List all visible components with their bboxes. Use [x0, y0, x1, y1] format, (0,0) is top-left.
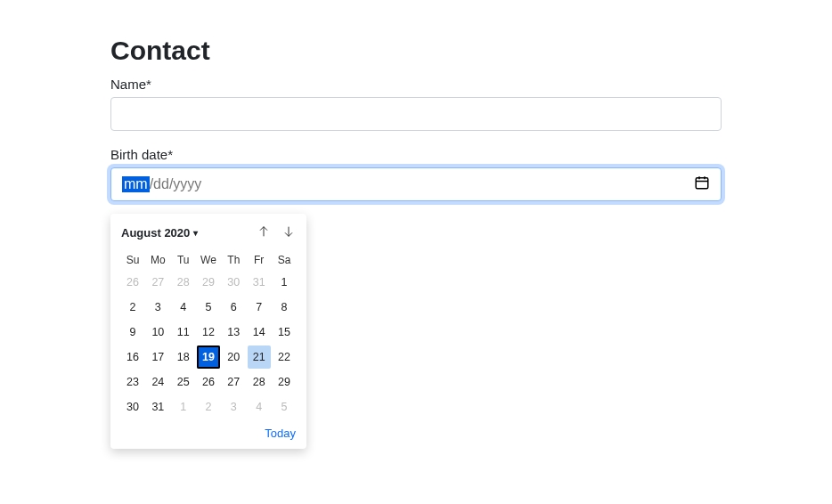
calendar-week-row: 9101112131415: [121, 320, 296, 345]
calendar-day[interactable]: 1: [172, 395, 195, 419]
calendar-day[interactable]: 17: [146, 345, 169, 369]
calendar-day[interactable]: 10: [146, 321, 169, 344]
calendar-day[interactable]: 30: [121, 395, 144, 419]
calendar-day[interactable]: 22: [273, 345, 296, 369]
calendar-week-row: 2345678: [121, 295, 296, 320]
calendar-day[interactable]: 20: [222, 345, 245, 369]
month-year-toggle[interactable]: August 2020 ▾: [121, 226, 198, 240]
calendar-day[interactable]: 23: [121, 370, 144, 394]
calendar-week-row: 2627282930311: [121, 270, 296, 295]
today-link[interactable]: Today: [265, 427, 296, 440]
weekday-we: We: [197, 250, 220, 270]
name-input[interactable]: [110, 97, 722, 131]
calendar-day[interactable]: 5: [273, 395, 296, 419]
svg-rect-0: [696, 178, 708, 189]
birthdate-field-group: Birth date* mm/dd/yyyy: [110, 147, 722, 201]
calendar-day[interactable]: 27: [146, 271, 169, 294]
prev-month-button[interactable]: [257, 224, 271, 241]
calendar-day[interactable]: 3: [146, 296, 169, 319]
calendar-day[interactable]: 11: [172, 321, 195, 344]
calendar-day[interactable]: 1: [273, 271, 296, 294]
weekday-fr: Fr: [248, 250, 271, 270]
calendar-day[interactable]: 18: [172, 345, 195, 369]
calendar-day[interactable]: 14: [248, 321, 271, 344]
weekday-mo: Mo: [146, 250, 169, 270]
caret-down-icon: ▾: [193, 228, 198, 238]
calendar-day[interactable]: 13: [222, 321, 245, 344]
birthdate-placeholder: mm/dd/yyyy: [122, 176, 201, 192]
calendar-day[interactable]: 31: [146, 395, 169, 419]
date-picker-popup: August 2020 ▾ Su Mo Tu We Th Fr Sa 26272…: [110, 214, 306, 449]
calendar-day[interactable]: 7: [248, 296, 271, 319]
calendar-day[interactable]: 4: [172, 296, 195, 319]
month-year-label: August 2020: [121, 226, 190, 240]
calendar-day[interactable]: 29: [273, 370, 296, 394]
calendar-day[interactable]: 28: [248, 370, 271, 394]
calendar-day[interactable]: 15: [273, 321, 296, 344]
next-month-button[interactable]: [281, 224, 296, 241]
name-field-group: Name*: [110, 77, 722, 131]
calendar-day[interactable]: 30: [222, 271, 245, 294]
calendar-day[interactable]: 2: [197, 395, 220, 419]
calendar-day[interactable]: 24: [146, 370, 169, 394]
calendar-week-row: 23242526272829: [121, 370, 296, 394]
calendar-day[interactable]: 21: [248, 345, 271, 369]
birthdate-label: Birth date*: [110, 147, 722, 162]
calendar-day[interactable]: 26: [121, 271, 144, 294]
calendar-day[interactable]: 31: [248, 271, 271, 294]
calendar-day[interactable]: 16: [121, 345, 144, 369]
name-label: Name*: [110, 77, 722, 92]
weekday-th: Th: [222, 250, 245, 270]
calendar-week-row: 16171819202122: [121, 345, 296, 370]
date-mm-segment[interactable]: mm: [122, 176, 150, 192]
calendar-day[interactable]: 2: [121, 296, 144, 319]
calendar-day[interactable]: 9: [121, 321, 144, 344]
calendar-day[interactable]: 8: [273, 296, 296, 319]
calendar-day[interactable]: 19: [197, 345, 220, 369]
calendar-day[interactable]: 3: [222, 395, 245, 419]
calendar-day[interactable]: 25: [172, 370, 195, 394]
calendar-day[interactable]: 28: [172, 271, 195, 294]
date-yyyy-segment[interactable]: yyyy: [173, 176, 201, 192]
calendar-day[interactable]: 5: [197, 296, 220, 319]
calendar-day[interactable]: 12: [197, 321, 220, 344]
calendar-week-row: 303112345: [121, 394, 296, 419]
calendar-day[interactable]: 29: [197, 271, 220, 294]
weekday-header-row: Su Mo Tu We Th Fr Sa: [121, 250, 296, 270]
calendar-day[interactable]: 26: [197, 370, 220, 394]
page-title: Contact: [110, 36, 722, 66]
date-dd-segment[interactable]: dd: [153, 176, 169, 192]
calendar-grid: 2627282930311234567891011121314151617181…: [121, 270, 296, 419]
weekday-tu: Tu: [172, 250, 195, 270]
calendar-day[interactable]: 6: [222, 296, 245, 319]
birthdate-input[interactable]: mm/dd/yyyy: [110, 167, 722, 201]
calendar-day[interactable]: 27: [222, 370, 245, 394]
calendar-day[interactable]: 4: [248, 395, 271, 419]
weekday-sa: Sa: [273, 250, 296, 270]
calendar-icon[interactable]: [694, 175, 710, 194]
weekday-su: Su: [121, 250, 144, 270]
